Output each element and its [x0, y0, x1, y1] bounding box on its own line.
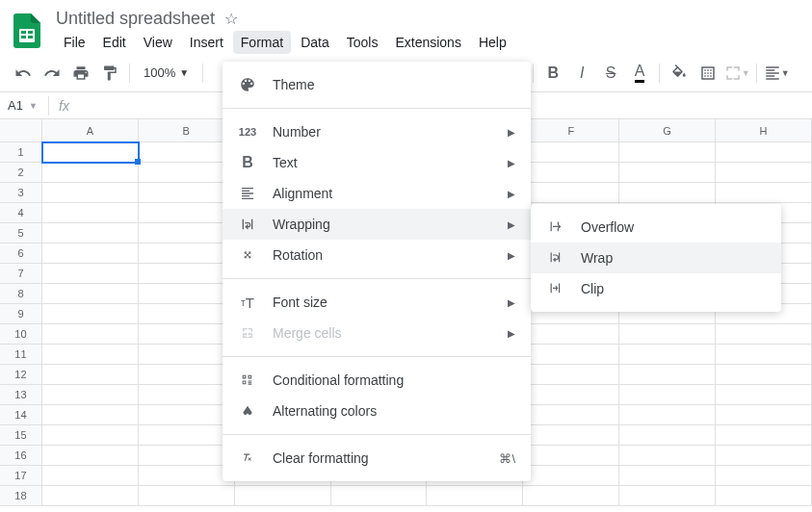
- cell[interactable]: [42, 183, 139, 203]
- cell[interactable]: [139, 142, 235, 163]
- merge-cells-button[interactable]: ▼: [723, 60, 750, 87]
- undo-button[interactable]: [10, 60, 37, 87]
- horizontal-align-button[interactable]: ▼: [763, 60, 790, 87]
- col-header-g[interactable]: G: [619, 119, 716, 142]
- cell[interactable]: [619, 365, 716, 385]
- cell[interactable]: [716, 324, 812, 345]
- cell[interactable]: [42, 142, 139, 163]
- bold-button[interactable]: B: [539, 60, 566, 87]
- menu-tools[interactable]: Tools: [339, 31, 386, 54]
- cell[interactable]: [619, 163, 716, 183]
- cell[interactable]: [139, 243, 235, 264]
- row-header[interactable]: 2: [0, 163, 42, 183]
- print-button[interactable]: [67, 60, 94, 87]
- name-box[interactable]: A1▼: [0, 98, 48, 113]
- row-header[interactable]: 6: [0, 243, 42, 264]
- row-header[interactable]: 16: [0, 446, 42, 466]
- row-header[interactable]: 17: [0, 466, 42, 486]
- cell[interactable]: [42, 203, 139, 223]
- cell[interactable]: [42, 243, 139, 264]
- cell[interactable]: [619, 446, 716, 466]
- row-header[interactable]: 14: [0, 405, 42, 425]
- cell[interactable]: [716, 405, 812, 425]
- cell[interactable]: [523, 405, 619, 425]
- cell[interactable]: [42, 284, 139, 304]
- menu-help[interactable]: Help: [471, 31, 514, 54]
- menu-insert[interactable]: Insert: [182, 31, 231, 54]
- cell[interactable]: [716, 425, 812, 446]
- menu-file[interactable]: File: [56, 31, 93, 54]
- col-header-a[interactable]: A: [42, 119, 139, 142]
- borders-button[interactable]: [694, 60, 721, 87]
- menu-data[interactable]: Data: [293, 31, 337, 54]
- cell[interactable]: [523, 324, 619, 345]
- menu-format[interactable]: Format: [233, 31, 291, 54]
- col-header-b[interactable]: B: [139, 119, 235, 142]
- cell[interactable]: [139, 385, 235, 405]
- row-header[interactable]: 13: [0, 385, 42, 405]
- cell[interactable]: [139, 345, 235, 365]
- menu-item-text[interactable]: B Text ▶: [223, 147, 531, 178]
- cell[interactable]: [619, 324, 716, 345]
- menu-item-number[interactable]: 123 Number ▶: [223, 116, 531, 147]
- cell[interactable]: [716, 486, 812, 506]
- cell[interactable]: [42, 264, 139, 284]
- cell[interactable]: [619, 183, 716, 203]
- cell[interactable]: [716, 365, 812, 385]
- menu-item-clear-formatting[interactable]: Clear formatting ⌘\: [223, 443, 531, 474]
- row-header[interactable]: 8: [0, 284, 42, 304]
- row-header[interactable]: 7: [0, 264, 42, 284]
- cell[interactable]: [427, 486, 523, 506]
- select-all-corner[interactable]: [0, 119, 42, 142]
- cell[interactable]: [42, 405, 139, 425]
- cell[interactable]: [523, 142, 619, 163]
- menu-item-theme[interactable]: Theme: [223, 69, 531, 100]
- cell[interactable]: [42, 304, 139, 324]
- cell[interactable]: [523, 163, 619, 183]
- doc-title[interactable]: Untitled spreadsheet: [56, 9, 215, 29]
- cell[interactable]: [42, 324, 139, 345]
- cell[interactable]: [523, 365, 619, 385]
- cell[interactable]: [42, 425, 139, 446]
- strikethrough-button[interactable]: S: [597, 60, 624, 87]
- cell[interactable]: [716, 385, 812, 405]
- cell[interactable]: [42, 163, 139, 183]
- cell[interactable]: [42, 466, 139, 486]
- cell[interactable]: [42, 446, 139, 466]
- cell[interactable]: [139, 284, 235, 304]
- zoom-select[interactable]: 100%▼: [136, 65, 196, 80]
- cell[interactable]: [42, 385, 139, 405]
- row-header[interactable]: 10: [0, 324, 42, 345]
- cell[interactable]: [139, 405, 235, 425]
- menu-extensions[interactable]: Extensions: [387, 31, 468, 54]
- row-header[interactable]: 3: [0, 183, 42, 203]
- cell[interactable]: [523, 425, 619, 446]
- cell[interactable]: [619, 385, 716, 405]
- cell[interactable]: [42, 223, 139, 243]
- cell[interactable]: [619, 345, 716, 365]
- row-header[interactable]: 15: [0, 425, 42, 446]
- cell[interactable]: [523, 446, 619, 466]
- menu-item-rotation[interactable]: Rotation ▶: [223, 240, 531, 270]
- menu-edit[interactable]: Edit: [95, 31, 134, 54]
- sheets-logo[interactable]: [8, 12, 46, 50]
- italic-button[interactable]: I: [568, 60, 595, 87]
- menu-item-font-size[interactable]: тT Font size ▶: [223, 287, 531, 318]
- cell[interactable]: [235, 486, 331, 506]
- submenu-item-clip[interactable]: Clip: [531, 273, 781, 304]
- cell[interactable]: [139, 425, 235, 446]
- cell[interactable]: [42, 365, 139, 385]
- cell[interactable]: [523, 385, 619, 405]
- cell[interactable]: [139, 264, 235, 284]
- cell[interactable]: [716, 142, 812, 163]
- submenu-item-overflow[interactable]: Overflow: [531, 212, 781, 243]
- cell[interactable]: [619, 425, 716, 446]
- cell[interactable]: [523, 466, 619, 486]
- row-header[interactable]: 9: [0, 304, 42, 324]
- star-icon[interactable]: ☆: [224, 10, 238, 28]
- row-header[interactable]: 11: [0, 345, 42, 365]
- cell[interactable]: [619, 142, 716, 163]
- cell[interactable]: [716, 345, 812, 365]
- row-header[interactable]: 1: [0, 142, 42, 163]
- cell[interactable]: [42, 486, 139, 506]
